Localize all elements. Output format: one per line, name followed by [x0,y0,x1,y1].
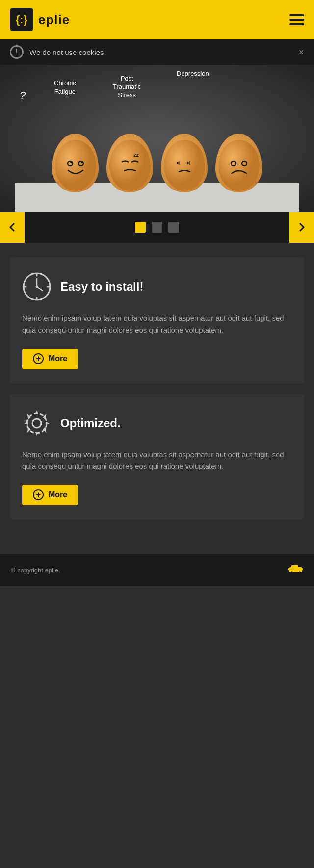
svg-rect-27 [288,568,290,570]
svg-point-22 [27,413,47,433]
footer-copyright: © copyright eplie. [11,567,60,574]
svg-point-10 [218,140,260,191]
more-button-install[interactable]: + More [22,349,78,369]
more-label-install: More [49,354,67,363]
svg-point-5 [109,140,151,191]
svg-rect-28 [301,568,303,570]
slider-controls [0,212,314,243]
egg-carton: zz × × [15,124,299,212]
gear-icon [22,408,52,438]
label-depression: Depression [177,70,209,77]
logo-icon: {:} [10,8,33,31]
feature-desc-install: Nemo enim ipsam volup tatem quia volupta… [22,312,292,337]
svg-point-4 [81,162,83,163]
egg-3: × × [161,134,208,192]
egg-2: zz [106,134,153,192]
feature-card-install: Easy to install! Nemo enim ipsam volup t… [10,257,304,384]
clock-icon [22,272,52,301]
cookie-close-button[interactable]: × [298,47,304,57]
cookie-left: ! We do not use cookies! [10,45,106,59]
svg-line-16 [37,287,43,291]
feature-title-install: Easy to install! [60,280,143,294]
feature-title-optimized: Optimized. [60,416,121,430]
egg-1 [52,134,99,192]
dot-1[interactable] [135,222,146,233]
label-question: ? [20,89,26,102]
svg-point-2 [70,162,72,163]
svg-point-0 [55,140,96,191]
svg-text:×: × [186,159,190,167]
svg-point-7 [164,140,205,191]
footer: © copyright eplie. [0,554,314,586]
header: {:} eplie [0,0,314,39]
hamburger-line [289,14,304,16]
logo-text: eplie [38,12,70,27]
taxi-icon [288,563,303,577]
feature-desc-optimized: Nemo enim ipsam volup tatem quia volupta… [22,449,292,473]
dot-3[interactable] [168,222,179,233]
main-content: Easy to install! Nemo enim ipsam volup t… [0,243,314,554]
feature-card-optimized: Optimized. Nemo enim ipsam volup tatem q… [10,394,304,520]
info-icon: ! [10,45,24,59]
hero-image: ? ChronicFatigue PostTraumaticStress Dep… [0,65,314,212]
cookie-text: We do not use cookies! [29,48,106,56]
svg-point-21 [32,419,41,428]
plus-icon-2: + [33,489,44,500]
egg-4 [215,134,262,192]
slider-next-button[interactable] [289,212,314,243]
dot-2[interactable] [152,222,162,233]
feature-header-install: Easy to install! [22,272,292,301]
slider-dots [135,222,179,233]
label-post: PostTraumaticStress [113,75,141,100]
label-chronic: ChronicFatigue [54,80,76,96]
logo-area: {:} eplie [10,8,70,31]
eggs-row: zz × × [25,134,289,192]
hamburger-line [289,19,304,21]
hamburger-menu-button[interactable] [289,14,304,25]
egg-scene: ? ChronicFatigue PostTraumaticStress Dep… [0,65,314,212]
plus-icon: + [33,353,44,364]
svg-text:zz: zz [133,152,139,158]
svg-rect-24 [291,565,298,568]
hamburger-line [289,23,304,25]
svg-text:×: × [176,159,180,167]
cookie-banner: ! We do not use cookies! × [0,39,314,65]
slider-prev-button[interactable] [0,212,25,243]
feature-header-optimized: Optimized. [22,408,292,438]
more-button-optimized[interactable]: + More [22,485,78,505]
more-label-optimized: More [49,490,67,499]
